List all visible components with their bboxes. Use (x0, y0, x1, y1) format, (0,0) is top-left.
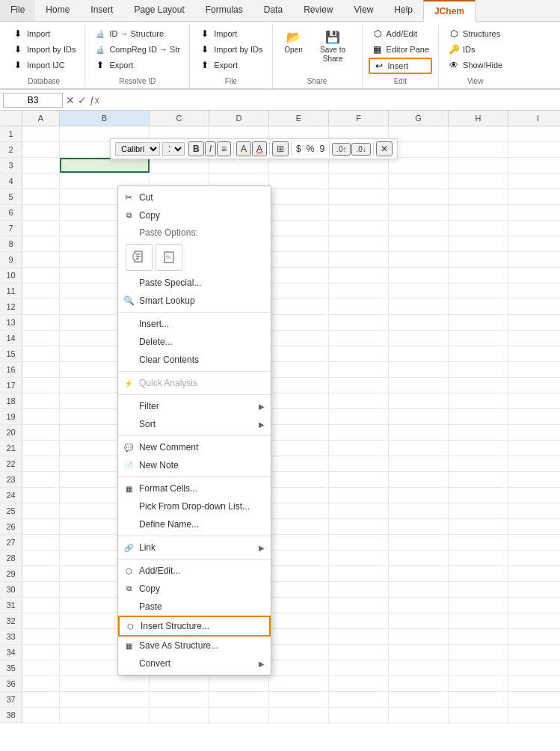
ctx-new-note[interactable]: 📄 New Note (118, 456, 271, 474)
cell-9-4[interactable] (269, 252, 329, 267)
cell-13-6[interactable] (389, 315, 449, 330)
row-header-24[interactable]: 24 (0, 488, 22, 503)
cell-38-7[interactable] (449, 708, 508, 723)
cell-37-5[interactable] (329, 692, 389, 707)
cell-33-7[interactable] (449, 629, 508, 644)
cell-27-4[interactable] (269, 535, 329, 550)
cell-26-4[interactable] (269, 519, 329, 534)
cell-1-6[interactable] (389, 126, 449, 141)
ctx-smart-lookup[interactable]: 🔍 Smart Lookup (118, 292, 271, 310)
cell-7-5[interactable] (329, 221, 389, 236)
confirm-formula-icon[interactable]: ✓ (78, 94, 87, 106)
row-header-35[interactable]: 35 (0, 660, 22, 675)
cell-30-5[interactable] (329, 582, 389, 597)
col-header-c[interactable]: C (150, 111, 209, 126)
cell-15-5[interactable] (329, 346, 389, 361)
cell-16-8[interactable] (508, 362, 560, 377)
ctx-clear-contents[interactable]: Clear Contents (118, 351, 271, 369)
cell-30-6[interactable] (389, 582, 449, 597)
open-button[interactable]: 📂 Open (280, 26, 307, 56)
cell-24-7[interactable] (449, 488, 508, 503)
cell-37-0[interactable] (22, 692, 60, 707)
cell-12-4[interactable] (269, 299, 329, 314)
cell-36-5[interactable] (329, 676, 389, 691)
cell-25-7[interactable] (449, 503, 508, 518)
cell-24-0[interactable] (22, 488, 60, 503)
cell-38-4[interactable] (269, 708, 329, 723)
cell-12-0[interactable] (22, 299, 60, 314)
paste-btn-2[interactable]: fx (156, 244, 182, 271)
compreg-id-button[interactable]: 🔬 CompReg ID → Str (91, 42, 183, 57)
cell-10-7[interactable] (449, 268, 508, 283)
cell-8-0[interactable] (22, 236, 60, 251)
cell-17-6[interactable] (389, 378, 449, 393)
cell-6-4[interactable] (269, 205, 329, 220)
ctx-filter[interactable]: Filter ▶ (118, 397, 271, 415)
cell-2-0[interactable] (22, 142, 60, 157)
tab-insert[interactable]: Insert (80, 0, 123, 21)
cell-34-4[interactable] (269, 645, 329, 660)
cell-18-7[interactable] (449, 393, 508, 408)
corner-cell[interactable] (0, 111, 22, 126)
col-header-d[interactable]: D (209, 111, 269, 126)
cell-37-7[interactable] (449, 692, 508, 707)
cell-12-8[interactable] (508, 299, 560, 314)
save-to-share-button[interactable]: 💾 Save to Share (312, 26, 354, 65)
cell-33-5[interactable] (329, 629, 389, 644)
file-import-ids-button[interactable]: ⬇ Import by IDs (196, 42, 265, 57)
cell-10-0[interactable] (22, 268, 60, 283)
cell-14-5[interactable] (329, 331, 389, 346)
cell-26-6[interactable] (389, 519, 449, 534)
cell-30-8[interactable] (508, 582, 560, 597)
tab-home[interactable]: Home (35, 0, 80, 21)
row-header-22[interactable]: 22 (0, 456, 22, 471)
cell-10-4[interactable] (269, 268, 329, 283)
row-header-10[interactable]: 10 (0, 268, 22, 283)
ctx-paste-special[interactable]: Paste Special... (118, 274, 271, 292)
cell-31-5[interactable] (329, 598, 389, 613)
highlight-button[interactable]: A (236, 141, 251, 156)
cell-26-7[interactable] (449, 519, 508, 534)
cell-36-8[interactable] (508, 676, 560, 691)
tab-file[interactable]: File (0, 0, 35, 21)
cell-15-7[interactable] (449, 346, 508, 361)
structures-button[interactable]: ⬡ Structures (445, 26, 505, 41)
cell-35-7[interactable] (449, 660, 508, 675)
cell-4-4[interactable] (269, 174, 329, 188)
row-header-29[interactable]: 29 (0, 566, 22, 581)
cell-18-0[interactable] (22, 393, 60, 408)
cell-3-2[interactable] (150, 158, 209, 173)
cell-5-0[interactable] (22, 189, 60, 204)
cell-15-4[interactable] (269, 346, 329, 361)
cell-13-5[interactable] (329, 315, 389, 330)
cell-9-5[interactable] (329, 252, 389, 267)
row-header-25[interactable]: 25 (0, 503, 22, 518)
cell-1-0[interactable] (22, 126, 60, 141)
cell-29-7[interactable] (449, 566, 508, 581)
cell-11-6[interactable] (389, 283, 449, 298)
cell-37-8[interactable] (508, 692, 560, 707)
cell-4-7[interactable] (449, 174, 508, 188)
cell-7-0[interactable] (22, 221, 60, 236)
row-header-32[interactable]: 32 (0, 613, 22, 628)
ctx-paste-jchem[interactable]: Paste (118, 598, 271, 616)
cell-25-0[interactable] (22, 503, 60, 518)
cell-35-4[interactable] (269, 660, 329, 675)
cell-22-7[interactable] (449, 456, 508, 471)
ctx-insert[interactable]: Insert... (118, 315, 271, 333)
cell-2-7[interactable] (449, 142, 508, 157)
cell-22-8[interactable] (508, 456, 560, 471)
cell-4-0[interactable] (22, 174, 60, 188)
cell-20-4[interactable] (269, 425, 329, 440)
id-to-structure-button[interactable]: 🔬 ID → Structure (91, 26, 183, 41)
cell-14-4[interactable] (269, 331, 329, 346)
cell-22-5[interactable] (329, 456, 389, 471)
clear-format-button[interactable]: ✕ (376, 141, 393, 156)
cell-6-7[interactable] (449, 205, 508, 220)
cell-33-6[interactable] (389, 629, 449, 644)
cell-27-6[interactable] (389, 535, 449, 550)
cell-5-4[interactable] (269, 189, 329, 204)
cell-21-5[interactable] (329, 441, 389, 456)
row-header-20[interactable]: 20 (0, 425, 22, 440)
cell-21-4[interactable] (269, 441, 329, 456)
